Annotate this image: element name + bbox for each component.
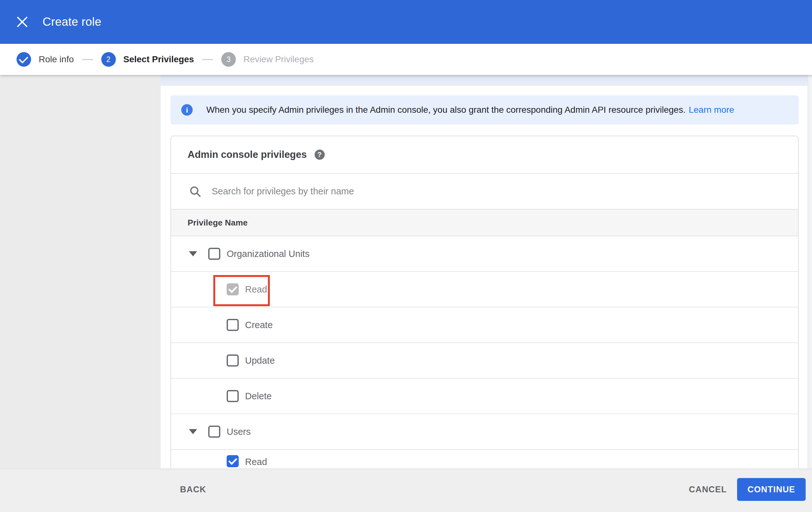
left-gutter-pane bbox=[0, 75, 161, 468]
step-number-badge: 2 bbox=[101, 52, 116, 67]
step-label: Role info bbox=[39, 54, 74, 64]
collapse-arrow-icon[interactable] bbox=[189, 251, 197, 256]
checkbox-organizational-units[interactable] bbox=[208, 248, 220, 260]
step-number-badge: 3 bbox=[221, 52, 236, 67]
privileges-scroll-area: i When you specify Admin privileges in t… bbox=[161, 75, 812, 468]
info-banner-text: When you specify Admin privileges in the… bbox=[206, 105, 734, 115]
privilege-search-row bbox=[171, 174, 798, 209]
step-review-privileges[interactable]: 3 Review Privileges bbox=[221, 52, 314, 67]
stepper: Role info 2 Select Privileges 3 Review P… bbox=[0, 44, 812, 75]
collapse-arrow-icon[interactable] bbox=[189, 429, 197, 434]
table-row-read: Read bbox=[171, 272, 798, 307]
step-label: Select Privileges bbox=[123, 54, 194, 64]
step-connector bbox=[82, 59, 93, 60]
privilege-search-input[interactable] bbox=[211, 186, 720, 197]
table-row-users-read: Read bbox=[171, 450, 798, 468]
checkbox-read-blue-checked[interactable] bbox=[227, 455, 239, 467]
table-row-update: Update bbox=[171, 343, 798, 379]
table-row-create: Create bbox=[171, 307, 798, 343]
privilege-label: Read bbox=[245, 457, 267, 467]
privilege-label: Organizational Units bbox=[227, 249, 310, 259]
step-select-privileges[interactable]: 2 Select Privileges bbox=[101, 52, 194, 67]
checkbox-users[interactable] bbox=[208, 426, 220, 438]
privilege-label: Users bbox=[227, 427, 251, 437]
checkbox-delete[interactable] bbox=[227, 390, 239, 402]
check-icon bbox=[228, 456, 237, 465]
footer-bar: BACK CANCEL CONTINUE bbox=[0, 468, 812, 512]
close-icon[interactable] bbox=[16, 16, 29, 28]
back-button[interactable]: BACK bbox=[180, 485, 206, 494]
table-row-organizational-units: Organizational Units bbox=[171, 236, 798, 272]
admin-console-privileges-card: Admin console privileges ? Privilege Nam… bbox=[171, 136, 799, 468]
step-role-info[interactable]: Role info bbox=[17, 52, 74, 67]
table-row-users: Users bbox=[171, 414, 798, 450]
help-icon[interactable]: ? bbox=[315, 150, 325, 160]
checkbox-create[interactable] bbox=[227, 319, 239, 331]
info-icon: i bbox=[181, 104, 193, 116]
step-label: Review Privileges bbox=[243, 54, 314, 64]
card-title-row: Admin console privileges ? bbox=[171, 136, 798, 174]
cancel-button[interactable]: CANCEL bbox=[689, 485, 727, 494]
info-banner: i When you specify Admin privileges in t… bbox=[171, 95, 799, 125]
table-header-row: Privilege Name bbox=[171, 209, 798, 236]
dialog-header: Create role bbox=[0, 0, 812, 44]
step-complete-check-icon bbox=[17, 52, 31, 67]
checkbox-read-checked[interactable] bbox=[227, 283, 239, 295]
column-header-privilege-name: Privilege Name bbox=[187, 218, 248, 228]
check-icon bbox=[228, 284, 237, 293]
search-icon bbox=[190, 186, 201, 197]
dialog-title: Create role bbox=[42, 15, 101, 29]
privilege-label: Update bbox=[245, 355, 275, 366]
privilege-label: Read bbox=[245, 284, 267, 295]
continue-button[interactable]: CONTINUE bbox=[737, 478, 806, 501]
scrolled-content-sliver bbox=[161, 75, 812, 85]
step-connector bbox=[202, 59, 213, 60]
learn-more-link[interactable]: Learn more bbox=[689, 105, 734, 115]
checkbox-update[interactable] bbox=[227, 354, 239, 367]
scrollbar-track[interactable] bbox=[808, 75, 812, 468]
privilege-label: Create bbox=[245, 320, 273, 330]
privilege-label: Delete bbox=[245, 391, 272, 402]
table-row-delete: Delete bbox=[171, 379, 798, 414]
card-title: Admin console privileges bbox=[187, 149, 307, 160]
